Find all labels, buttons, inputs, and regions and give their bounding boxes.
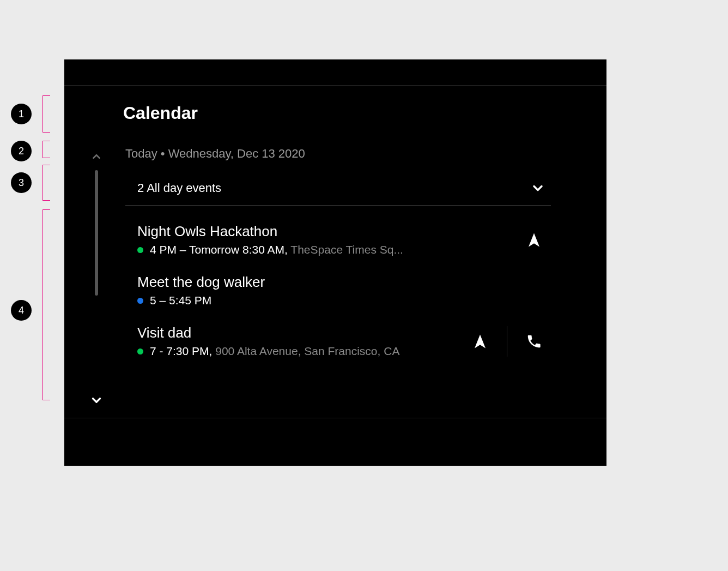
chevron-down-icon [89, 393, 104, 407]
event-title: Visit dad [137, 324, 469, 341]
scrollbar[interactable] [95, 170, 98, 296]
navigation-arrow-icon [472, 333, 488, 350]
navigate-button[interactable] [469, 330, 492, 353]
calendar-color-dot [137, 298, 143, 304]
event-location: 900 Alta Avenue, San Francisco, CA [215, 345, 399, 357]
annotation-badge-2: 2 [11, 141, 32, 161]
calendar-panel: Calendar Today • Wednesday, Dec 13 2020 … [64, 59, 606, 466]
content-area: Calendar Today • Wednesday, Dec 13 2020 … [64, 86, 606, 418]
chevron-down-icon [530, 181, 545, 196]
all-day-label: 2 All day events [137, 181, 221, 195]
calendar-color-dot [137, 348, 143, 354]
calendar-color-dot [137, 247, 143, 253]
annotation-badge-4: 4 [11, 300, 32, 321]
navigate-button[interactable] [523, 229, 545, 251]
annotation-bracket-2 [43, 141, 50, 158]
event-title: Night Owls Hackathon [137, 223, 523, 240]
scroll-down-button[interactable] [89, 393, 104, 408]
action-divider [507, 326, 507, 357]
date-subtitle: Today • Wednesday, Dec 13 2020 [125, 147, 305, 161]
annotation-badge-1: 1 [11, 104, 32, 124]
event-title: Meet the dog walker [137, 274, 545, 291]
expand-icon [530, 181, 545, 196]
navigation-arrow-icon [526, 232, 542, 248]
all-day-events-row[interactable]: 2 All day events [125, 171, 551, 206]
phone-icon [526, 333, 542, 350]
navigation-bar [64, 418, 606, 465]
event-row[interactable]: Visit dad 7 - 7:30 PM, 900 Alta Avenue, … [125, 316, 551, 366]
scroll-up-button[interactable] [89, 149, 104, 164]
date-text: Today • Wednesday, Dec 13 2020 [125, 147, 305, 161]
event-row[interactable]: Meet the dog walker 5 – 5:45 PM [125, 265, 551, 316]
annotation-bracket-3 [43, 165, 50, 201]
annotation-badge-3: 3 [11, 172, 32, 193]
event-time: 7 - 7:30 PM, [150, 345, 212, 357]
event-time: 5 – 5:45 PM [150, 294, 211, 306]
scroll-controls [86, 86, 107, 418]
event-time: 4 PM – Tomorrow 8:30 AM, [150, 243, 288, 256]
chevron-up-icon [90, 151, 102, 163]
call-button[interactable] [523, 330, 545, 353]
annotation-bracket-1 [43, 95, 50, 133]
status-bar [64, 59, 606, 86]
annotation-bracket-4 [43, 209, 50, 400]
event-list: Night Owls Hackathon 4 PM – Tomorrow 8:3… [125, 214, 551, 366]
event-location: TheSpace Times Sq... [290, 243, 403, 256]
page-title: Calendar [123, 103, 198, 123]
event-row[interactable]: Night Owls Hackathon 4 PM – Tomorrow 8:3… [125, 214, 551, 265]
